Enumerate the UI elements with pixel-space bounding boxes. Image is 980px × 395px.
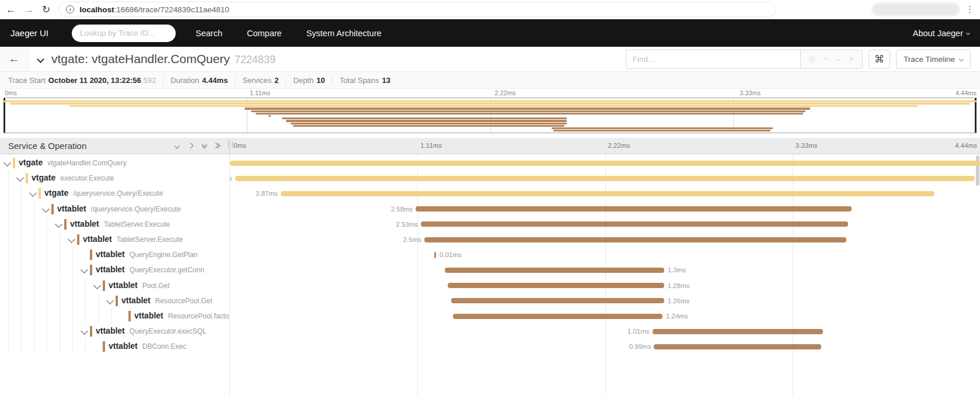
nav-link-system-architecture[interactable]: System Architecture	[302, 29, 386, 38]
minimap-span-bar	[245, 108, 810, 109]
span-duration-bar[interactable]	[445, 268, 664, 273]
site-info-icon[interactable]: i	[66, 5, 74, 13]
span-duration-bar[interactable]	[235, 176, 975, 181]
collapse-deep-icon[interactable]	[203, 144, 207, 147]
chevron-down-icon	[966, 31, 970, 35]
keyboard-shortcuts-button[interactable]: ⌘	[869, 50, 890, 69]
span-tree-row[interactable]: vtgatevtgateHandler.ComQuery	[0, 155, 229, 171]
span-timeline-row[interactable]: 1.28ms	[230, 278, 980, 293]
indent-guide	[8, 247, 9, 262]
next-match-icon[interactable]	[836, 57, 841, 61]
collapse-all-icon[interactable]	[175, 144, 179, 148]
span-expand-chevron-icon[interactable]	[68, 235, 75, 243]
span-timeline-row[interactable]: 0.99ms	[230, 339, 980, 354]
span-tree-row[interactable]: vttabletQueryExecutor.getConn	[0, 262, 229, 278]
span-duration-bar[interactable]	[424, 237, 847, 242]
span-tree-row[interactable]: vttabletResourcePool.factory	[0, 309, 229, 324]
minimap-right-scrub-handle[interactable]	[975, 98, 976, 133]
span-tree-row[interactable]: vttablet/queryservice.Query/Execute	[0, 202, 229, 217]
trace-id-lookup-input[interactable]	[72, 25, 176, 42]
nav-link-compare[interactable]: Compare	[242, 29, 287, 38]
address-bar[interactable]: i localhost:16686/trace/7224839c11ae4810	[58, 2, 776, 17]
back-to-search-button[interactable]: ←	[0, 47, 29, 71]
span-expand-chevron-icon[interactable]	[16, 174, 24, 182]
find-input[interactable]	[626, 50, 801, 69]
span-expand-chevron-icon[interactable]	[93, 282, 101, 289]
expand-all-icon[interactable]	[216, 144, 219, 148]
span-duration-bar[interactable]	[434, 252, 436, 258]
span-duration-bar[interactable]	[416, 206, 852, 212]
browser-forward-icon[interactable]: →	[24, 5, 34, 15]
span-tree-row[interactable]: vttabletPool.Get	[0, 278, 229, 293]
blurred-profile-chip	[872, 3, 960, 16]
minimap-span-bar	[552, 127, 773, 129]
span-duration-bar[interactable]	[230, 161, 980, 166]
indent-guide	[72, 262, 73, 278]
span-duration-bar[interactable]	[653, 329, 823, 334]
span-duration-bar[interactable]	[448, 283, 664, 288]
browser-reload-icon[interactable]: ↻	[42, 5, 50, 15]
span-duration-bar[interactable]	[281, 191, 934, 196]
span-timeline-row[interactable]: 2.5ms	[230, 232, 980, 247]
expand-one-icon[interactable]	[189, 144, 193, 148]
indent-guide	[21, 186, 22, 201]
indent-guide	[34, 278, 34, 293]
span-service-name: vttabletQueryExecutor.getConn	[96, 265, 204, 274]
span-timeline-row[interactable]: ms	[230, 171, 980, 186]
prev-match-icon[interactable]	[824, 57, 828, 61]
span-timeline-row[interactable]: 1.3ms	[230, 262, 980, 278]
url-text[interactable]: localhost:16686/trace/7224839c11ae4810	[79, 5, 229, 14]
span-duration-bar[interactable]	[451, 298, 664, 303]
panel-resize-handle[interactable]: ││	[227, 141, 232, 151]
browser-back-icon[interactable]: ←	[6, 5, 16, 15]
clear-find-icon[interactable]: ×	[849, 55, 854, 63]
span-expand-chevron-icon[interactable]	[81, 327, 88, 335]
span-timeline-row[interactable]: 1.24ms	[230, 309, 980, 324]
span-timeline-row[interactable]: 1.26ms	[230, 293, 980, 309]
minimap-span-bar	[256, 113, 804, 115]
span-timeline-row[interactable]: 3.87ms	[230, 186, 980, 201]
span-tree-row[interactable]: vttabletQueryExecutor.execSQL	[0, 324, 229, 339]
span-timeline-row[interactable]	[230, 155, 980, 171]
span-duration-bar[interactable]	[453, 314, 662, 319]
indent-guide	[21, 324, 22, 339]
span-tree-row[interactable]: vttabletDBConn.Exec	[0, 339, 229, 354]
focus-match-icon[interactable]	[809, 56, 815, 63]
span-expand-chevron-icon[interactable]	[81, 266, 88, 274]
trace-collapse-toggle[interactable]	[38, 54, 43, 64]
jaeger-ui-logo[interactable]: Jaeger UI	[11, 28, 48, 38]
span-tree-row[interactable]: vttabletTabletServer.Execute	[0, 217, 229, 232]
trace-view-selector[interactable]: Trace Timeline	[896, 50, 971, 69]
span-expand-chevron-icon[interactable]	[106, 297, 114, 304]
minimap-span-bar	[286, 120, 567, 122]
span-tree-row[interactable]: vttabletResourcePool.Get	[0, 293, 229, 309]
indent-guide	[85, 293, 86, 309]
trace-minimap[interactable]	[4, 98, 976, 133]
span-expand-chevron-icon[interactable]	[29, 190, 37, 198]
span-expand-chevron-icon[interactable]	[42, 205, 50, 213]
span-timeline-column: ms3.87ms2.58ms2.53ms2.5ms0.01ms1.3ms1.28…	[230, 154, 980, 395]
span-expand-chevron-icon[interactable]	[55, 220, 62, 228]
span-tree-row[interactable]: vttabletQueryEngine.GetPlan	[0, 247, 229, 262]
span-timeline-row[interactable]: 2.58ms	[230, 202, 980, 217]
span-timeline-row[interactable]: 2.53ms	[230, 217, 980, 232]
span-duration-bar[interactable]	[421, 221, 848, 227]
span-duration-bar[interactable]	[654, 344, 821, 349]
span-tree-row[interactable]: vttabletTabletServer.Execute	[0, 232, 229, 247]
span-service-name: vttablet/queryservice.Query/Execute	[57, 204, 181, 213]
service-color-swatch	[90, 250, 92, 260]
span-timeline-row[interactable]: 0.01ms	[230, 247, 980, 262]
about-jaeger-menu[interactable]: About Jaeger	[913, 29, 969, 38]
browser-menu-icon[interactable]: ⋮	[965, 4, 974, 15]
indent-guide	[34, 232, 34, 247]
span-timeline-row[interactable]: 1.01ms	[230, 324, 980, 339]
span-tree-row[interactable]: vtgate/queryservice.Query/Execute	[0, 186, 229, 201]
service-color-swatch	[103, 280, 105, 291]
nav-link-search[interactable]: Search	[191, 29, 227, 38]
span-service-name: vttabletResourcePool.factory	[134, 311, 230, 320]
span-tree-row[interactable]: vtgateexecutor.Execute	[0, 171, 229, 186]
indent-guide	[60, 293, 60, 309]
span-expand-chevron-icon[interactable]	[4, 159, 11, 167]
minimap-left-scrub-handle[interactable]	[4, 98, 5, 133]
spacer	[0, 133, 980, 138]
